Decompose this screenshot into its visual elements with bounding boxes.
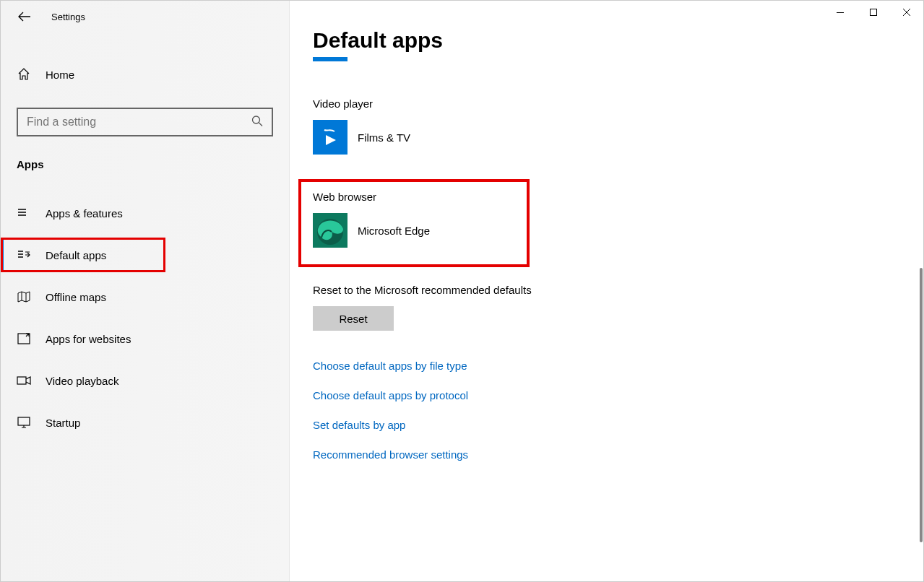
- sidebar-item-label: Apps & features: [46, 207, 123, 220]
- apps-features-icon: [17, 206, 31, 220]
- video-playback-icon: [17, 373, 31, 388]
- window-title: Settings: [51, 12, 85, 22]
- offline-maps-icon: [17, 290, 31, 304]
- video-player-label: Video player: [313, 97, 900, 110]
- svg-rect-1: [871, 9, 877, 16]
- window-controls: [824, 1, 923, 24]
- apps-websites-icon: [17, 331, 31, 346]
- search-input[interactable]: [17, 108, 273, 136]
- page-title: Default apps: [313, 28, 900, 53]
- svg-rect-4: [17, 377, 26, 384]
- minimize-button[interactable]: [824, 1, 857, 24]
- sidebar-section-label: Apps: [17, 158, 289, 170]
- scrollbar[interactable]: [917, 30, 923, 581]
- sidebar-item-label: Apps for websites: [46, 333, 131, 345]
- scrollbar-thumb[interactable]: [920, 268, 923, 542]
- sidebar-home[interactable]: Home: [1, 54, 289, 95]
- sidebar-item-video-playback[interactable]: Video playback: [1, 360, 289, 401]
- sidebar-item-label: Video playback: [46, 375, 118, 387]
- main-content: Default apps Video player Films & TV Web…: [290, 1, 923, 581]
- web-browser-app-tile[interactable]: Microsoft Edge: [313, 213, 900, 248]
- web-browser-app-name: Microsoft Edge: [358, 225, 430, 237]
- sidebar-item-apps-websites[interactable]: Apps for websites: [1, 318, 289, 360]
- svg-rect-0: [837, 12, 844, 13]
- link-file-type[interactable]: Choose default apps by file type: [313, 360, 900, 372]
- sidebar-item-startup[interactable]: Startup: [1, 401, 289, 443]
- reset-description: Reset to the Microsoft recommended defau…: [313, 284, 900, 296]
- edge-icon: [313, 213, 347, 248]
- sidebar: Settings Home Apps Apps & features: [1, 1, 290, 581]
- sidebar-item-label: Offline maps: [46, 291, 106, 303]
- reset-button[interactable]: Reset: [313, 306, 394, 331]
- link-by-app[interactable]: Set defaults by app: [313, 419, 900, 431]
- sidebar-item-apps-features[interactable]: Apps & features: [1, 192, 289, 234]
- films-tv-icon: [313, 120, 347, 155]
- sidebar-item-label: Default apps: [46, 249, 106, 261]
- link-browser-settings[interactable]: Recommended browser settings: [313, 448, 900, 461]
- sidebar-item-label: Startup: [46, 417, 80, 429]
- link-protocol[interactable]: Choose default apps by protocol: [313, 389, 900, 401]
- video-player-app-tile[interactable]: Films & TV: [313, 120, 900, 155]
- maximize-button[interactable]: [857, 1, 890, 24]
- home-label: Home: [46, 69, 74, 81]
- close-button[interactable]: [890, 1, 923, 24]
- nav-list: Apps & features Default apps Offline map…: [1, 192, 289, 443]
- sidebar-item-offline-maps[interactable]: Offline maps: [1, 276, 289, 318]
- back-button[interactable]: [18, 10, 31, 23]
- accent-bar: [313, 57, 347, 61]
- web-browser-label: Web browser: [313, 191, 900, 203]
- default-apps-icon: [17, 248, 31, 262]
- video-player-app-name: Films & TV: [358, 131, 410, 144]
- home-icon: [17, 67, 31, 82]
- svg-rect-5: [18, 417, 30, 425]
- startup-icon: [17, 415, 31, 430]
- sidebar-item-default-apps[interactable]: Default apps: [1, 234, 289, 276]
